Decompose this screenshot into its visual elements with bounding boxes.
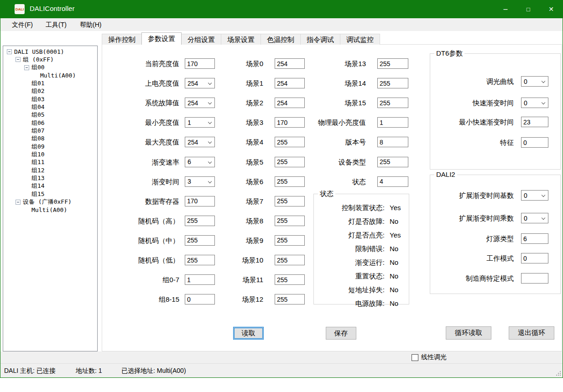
tab-1[interactable]: 参数设置 [141,32,182,45]
tree-item-group-02[interactable]: 组02 [24,88,45,95]
field-scene-11-input[interactable] [275,274,305,285]
field-current-level-input[interactable] [185,58,215,69]
field-ext-fade-time-base-label: 扩展渐变时间基数 [430,190,514,201]
menu-item-1[interactable]: 工具(T) [43,18,69,31]
field-min-fast-fade-time-input[interactable] [521,117,548,127]
field-min-level-select[interactable]: 1 [185,117,215,128]
status-control-gear-status-label: 控制装置状态: [314,203,385,212]
field-scene-7-input[interactable] [275,196,305,206]
field-device-type-input[interactable] [377,157,408,167]
field-dimming-curve-label: 调光曲线 [430,76,514,87]
field-scene-10-input[interactable] [275,255,305,265]
field-scene-13-input[interactable] [377,58,408,69]
exit-loop-button[interactable]: 退出循环 [509,326,554,340]
tree-item-group-09[interactable]: 组09 [24,143,45,150]
tree-item-group-00[interactable]: 组00 [24,64,45,72]
field-scene-14-input[interactable] [377,78,408,88]
tree-item-group-13[interactable]: 组13 [24,175,45,182]
tree-item-group-03[interactable]: 组03 [24,95,45,103]
field-scene-3-input[interactable] [275,117,305,128]
field-max-level-select[interactable]: 254 [185,137,215,147]
field-scene-8-input[interactable] [275,216,305,226]
tree-expander-icon[interactable] [24,65,29,70]
tree-item-group-05[interactable]: 组05 [24,111,45,119]
field-max-level-value: 254 [188,139,198,146]
field-scene-1-input[interactable] [275,78,305,88]
tree-item-group-08[interactable]: 组08 [24,135,45,143]
field-random-low: 随机码（低） [124,255,215,266]
tree-item-group-06[interactable]: 组06 [24,119,45,127]
field-physical-min-level-input[interactable] [377,117,408,128]
field-random-mid-input[interactable] [185,235,215,246]
field-group-8-15: 组8-15 [124,294,215,305]
tab-4[interactable]: 色温控制 [261,34,301,45]
field-features-input[interactable] [521,137,548,148]
field-random-low-input[interactable] [185,255,215,265]
tree-item-group-15[interactable]: 组15 [24,190,45,198]
tree-expander-icon[interactable] [16,200,21,205]
tree-item-group-14[interactable]: 组14 [24,182,45,190]
tree-item-dali-usb[interactable]: DALI USB(0001) [7,48,64,56]
field-scene-4-input[interactable] [275,137,305,147]
field-power-on-level-select[interactable]: 254 [185,78,215,88]
tree-item-group-07[interactable]: 组07 [24,127,45,135]
tree-item-group-10[interactable]: 组10 [24,151,45,159]
field-dimming-curve-select[interactable]: 0 [521,76,548,87]
tree-item-device-broadcast[interactable]: 设备 (广播0xFF) [16,198,72,206]
field-ext-fade-time-base-select[interactable]: 0 [521,190,548,201]
tree-item-group-root[interactable]: 组 (0xFF) [16,56,54,63]
field-data-register-input[interactable] [185,196,215,206]
field-scene-8-label: 场景8 [219,216,263,227]
close-button[interactable]: ✕ [540,0,563,18]
maximize-button[interactable]: □ [517,0,540,18]
linear-dimming-checkbox[interactable] [412,354,418,361]
field-fade-rate-select[interactable]: 6 [185,157,215,167]
tree-item-group-01[interactable]: 组01 [24,79,45,87]
tree-expander-icon[interactable] [7,49,12,54]
tab-6[interactable]: 调试监控 [340,34,380,45]
tree-item-multi-a00-2[interactable]: Multi(A00) [24,206,67,214]
tab-2[interactable]: 分组设置 [181,34,221,45]
field-random-high-input[interactable] [185,216,215,226]
field-physical-min-level: 物理最小亮度值 [315,117,408,128]
tab-3[interactable]: 场景设置 [221,34,261,45]
read-button[interactable]: 读取 [233,327,264,340]
field-scene-6-input[interactable] [275,176,305,187]
menu-item-2[interactable]: 帮助(H) [77,18,104,31]
loop-read-button[interactable]: 循环读取 [446,326,491,340]
tab-5[interactable]: 指令调试 [300,34,340,45]
status-fade-running-value: No [390,258,398,267]
field-status-input[interactable] [377,176,408,187]
tree-item-group-12[interactable]: 组12 [24,166,45,174]
field-group-8-15-input[interactable] [185,294,215,304]
tab-0[interactable]: 操作控制 [102,34,142,45]
field-fade-time-label: 渐变时间 [124,176,179,187]
field-version-input[interactable] [377,137,408,147]
field-ext-fade-time-multiplier-value: 0 [524,215,527,222]
status-row-control-gear-status: 控制装置状态:Yes [314,203,407,212]
field-fast-fade-time-select[interactable]: 0 [521,98,548,108]
field-fade-time-select[interactable]: 3 [185,176,215,187]
tree-expander-icon[interactable] [16,57,21,62]
status-power-failure-label: 电源故障: [314,299,385,308]
field-scene-12-input[interactable] [275,294,305,304]
field-manufacturer-mode-input[interactable] [521,273,548,284]
field-scene-0-input[interactable] [275,58,305,69]
tree-item-group-04[interactable]: 组04 [24,103,45,111]
field-group-0-7-input[interactable] [185,274,215,285]
field-system-failure-level-select[interactable]: 254 [185,98,215,108]
tree-item-group-11[interactable]: 组11 [24,159,45,166]
field-ext-fade-time-multiplier-select[interactable]: 0 [521,213,548,223]
field-light-source-type-input[interactable] [521,233,548,244]
field-scene-5-input[interactable] [275,157,305,167]
resize-grip[interactable] [555,370,561,376]
field-scene-15-input[interactable] [377,98,408,108]
minimize-button[interactable]: – [494,0,517,18]
field-scene-2-input[interactable] [275,98,305,108]
save-button[interactable]: 保存 [326,327,356,340]
tree-item-multi-a00[interactable]: Multi(A00) [33,72,76,79]
menu-item-0[interactable]: 文件(F) [9,18,36,31]
field-operating-mode-input[interactable] [521,253,548,263]
field-power-on-level: 上电亮度值254 [124,78,215,89]
field-scene-9-input[interactable] [275,235,305,246]
